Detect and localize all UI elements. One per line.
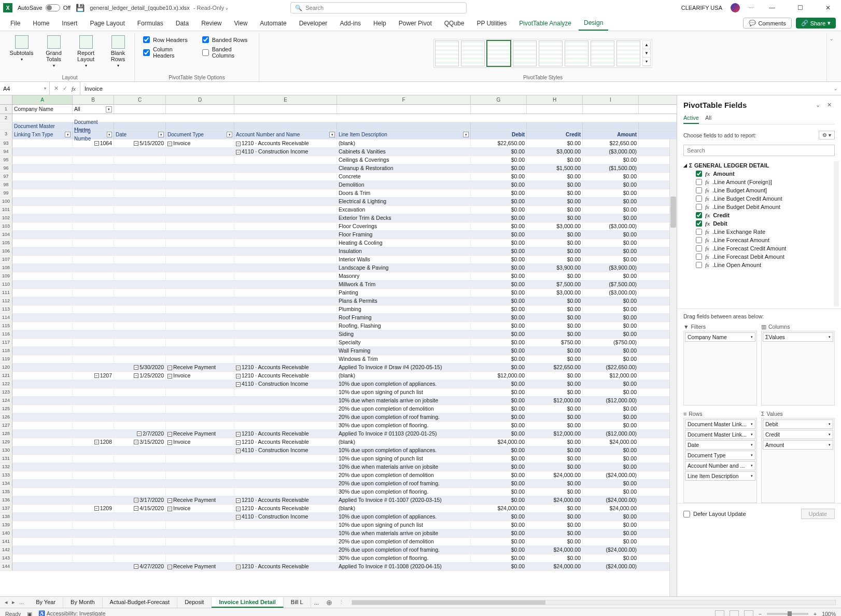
cell[interactable]	[234, 463, 337, 471]
cell[interactable]	[234, 405, 337, 413]
ribbon-tab-page-layout[interactable]: Page Layout	[85, 17, 130, 30]
cell[interactable]	[114, 256, 166, 263]
cell[interactable]: −1210 · Accounts Receivable	[234, 363, 337, 371]
cell[interactable]: $0.00	[527, 347, 583, 355]
cell[interactable]	[12, 347, 73, 355]
cell[interactable]	[12, 231, 73, 239]
cell[interactable]	[73, 281, 114, 288]
ribbon-tab-automate[interactable]: Automate	[255, 17, 291, 30]
cell[interactable]: 20% due upon completion of demolition	[337, 471, 471, 479]
cell[interactable]: Demolition	[337, 181, 471, 189]
cell[interactable]	[73, 546, 114, 554]
normal-view-icon[interactable]	[715, 610, 724, 617]
collapse-icon[interactable]: −	[236, 366, 241, 370]
cell[interactable]	[114, 247, 166, 255]
cell[interactable]: $0.00	[583, 554, 639, 562]
table-row[interactable]: 100Electrical & Lighting$0.00$0.00$0.00	[0, 198, 677, 206]
cell[interactable]: 10% due upon signing of punch list	[337, 455, 471, 463]
table-row[interactable]: 13530% due upon completion of flooring.$…	[0, 488, 677, 496]
page-break-view-icon[interactable]	[744, 610, 753, 617]
pivot-header[interactable]: Date▾	[114, 130, 166, 139]
cell[interactable]	[73, 305, 114, 313]
cell[interactable]: $3,900.00	[527, 264, 583, 272]
cell[interactable]	[166, 247, 234, 255]
cell[interactable]: $0.00	[527, 372, 583, 380]
field-item[interactable]: fx.Line Amount (Foreign)]	[683, 178, 834, 186]
cell[interactable]	[73, 239, 114, 247]
row-header[interactable]: 115	[0, 322, 12, 330]
cell[interactable]: $750.00	[527, 339, 583, 346]
cell[interactable]: Ceilings & Coverings	[337, 156, 471, 164]
report-layout-button[interactable]: Report Layout▾	[72, 33, 101, 68]
cell[interactable]	[114, 471, 166, 479]
cancel-formula-icon[interactable]: ✕	[54, 85, 59, 92]
cell[interactable]: −1210 · Accounts Receivable	[234, 496, 337, 504]
field-item[interactable]: fxAmount	[683, 170, 834, 178]
table-row[interactable]: 14220% due upon completion of roof frami…	[0, 546, 677, 554]
cell[interactable]: ($24,000.00)	[583, 471, 639, 479]
cell[interactable]: $0.00	[471, 189, 527, 197]
cell[interactable]	[166, 380, 234, 388]
cell[interactable]: $0.00	[471, 247, 527, 255]
cell[interactable]: $0.00	[471, 289, 527, 297]
cell[interactable]: $0.00	[583, 413, 639, 421]
table-row[interactable]: 110Millwork & Trim$0.00$7,500.00($7,500.…	[0, 281, 677, 289]
cell[interactable]: ($3,000.00)	[583, 222, 639, 230]
sheet-tab[interactable]: By Month	[63, 597, 102, 608]
collapse-icon[interactable]: −	[236, 498, 241, 503]
cell[interactable]: $0.00	[527, 505, 583, 512]
cell[interactable]: $0.00	[471, 513, 527, 521]
cell[interactable]: $0.00	[527, 513, 583, 521]
field-checkbox[interactable]	[696, 245, 702, 251]
table-row[interactable]: 102Exterior Trim & Decks$0.00$0.00$0.00	[0, 214, 677, 222]
table-row[interactable]: 108Landscape & Paving$0.00$3,900.00($3,9…	[0, 264, 677, 272]
cell[interactable]	[114, 380, 166, 388]
cell[interactable]: Landscape & Paving	[337, 264, 471, 272]
table-row[interactable]: 119Windows & Trim$0.00$0.00$0.00	[0, 355, 677, 363]
cell[interactable]	[114, 289, 166, 297]
cell[interactable]: $0.00	[583, 198, 639, 205]
cell[interactable]	[166, 198, 234, 205]
field-item[interactable]: fx.Line Budget Amount]	[683, 186, 834, 194]
table-row[interactable]: 115Roofing, Flashing$0.00$0.00$0.00	[0, 322, 677, 330]
cell[interactable]	[234, 189, 337, 197]
ribbon-tab-review[interactable]: Review	[196, 17, 227, 30]
cell[interactable]: $0.00	[527, 529, 583, 537]
cell[interactable]	[12, 189, 73, 197]
cell[interactable]	[114, 148, 166, 156]
table-row[interactable]: 128−2/7/2020−Receive Payment−1210 · Acco…	[0, 430, 677, 438]
cell[interactable]	[114, 513, 166, 521]
cell[interactable]: Exterior Trim & Decks	[337, 214, 471, 222]
cell[interactable]: $0.00	[471, 148, 527, 156]
area-item[interactable]: Document Type▾	[685, 451, 755, 460]
minimize-button[interactable]: —	[762, 1, 782, 15]
field-checkbox[interactable]	[696, 204, 702, 210]
cell[interactable]: Floor Coverings	[337, 222, 471, 230]
cell[interactable]: 30% due upon completion of flooring.	[337, 554, 471, 562]
cell[interactable]	[12, 488, 73, 496]
cell[interactable]: $12,000.00	[583, 372, 639, 380]
row-header[interactable]: 139	[0, 521, 12, 529]
collapse-icon[interactable]: −	[134, 141, 138, 146]
collapse-icon[interactable]: −	[167, 366, 172, 370]
table-row[interactable]: 14010% due when materials arrive on jobs…	[0, 529, 677, 538]
filter-dropdown-icon[interactable]: ▾	[106, 106, 112, 113]
cell[interactable]	[73, 264, 114, 272]
cell[interactable]	[12, 397, 73, 404]
cell[interactable]: $0.00	[527, 156, 583, 164]
cell[interactable]: $0.00	[471, 546, 527, 554]
cell[interactable]	[166, 148, 234, 156]
cell[interactable]	[12, 214, 73, 222]
field-checkbox[interactable]	[696, 195, 702, 202]
cell[interactable]: $0.00	[527, 247, 583, 255]
cell[interactable]: ($3,000.00)	[583, 148, 639, 156]
cell[interactable]: $24,000.00	[583, 438, 639, 446]
cell[interactable]: $0.00	[471, 322, 527, 330]
user-avatar-icon[interactable]	[731, 3, 740, 12]
cell[interactable]: $0.00	[527, 256, 583, 263]
cell[interactable]: $0.00	[471, 397, 527, 404]
cell[interactable]: 10% due when materials arrive on jobsite	[337, 529, 471, 537]
table-row[interactable]: 120−5/30/2020−Receive Payment−1210 · Acc…	[0, 363, 677, 372]
cell[interactable]: ($12,000.00)	[583, 397, 639, 404]
cell[interactable]	[166, 529, 234, 537]
